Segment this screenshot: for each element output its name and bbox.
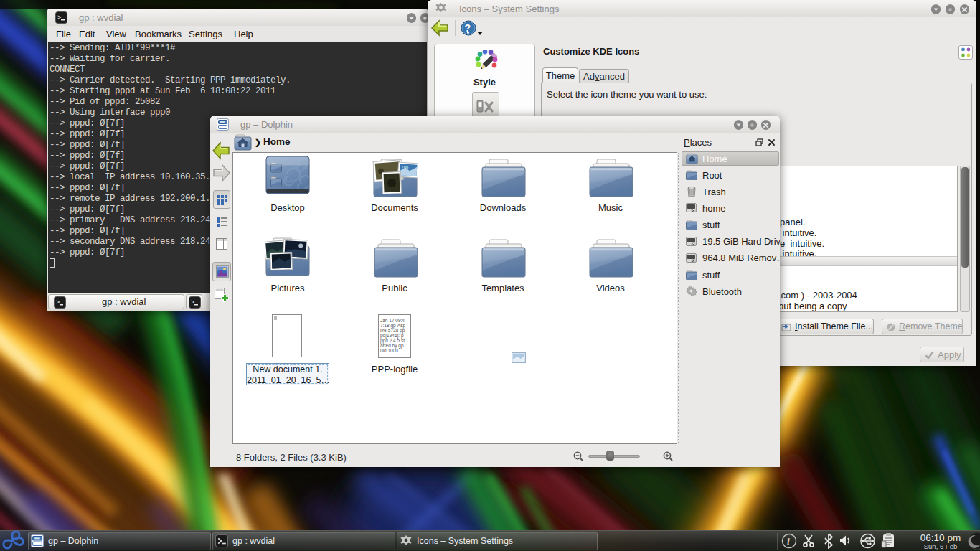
svg-text:>: > xyxy=(56,299,60,306)
svg-text:709: 709 xyxy=(401,165,409,170)
svg-text:i: i xyxy=(787,536,790,547)
svg-text:>: > xyxy=(57,14,61,22)
svg-text:>: > xyxy=(191,299,194,306)
